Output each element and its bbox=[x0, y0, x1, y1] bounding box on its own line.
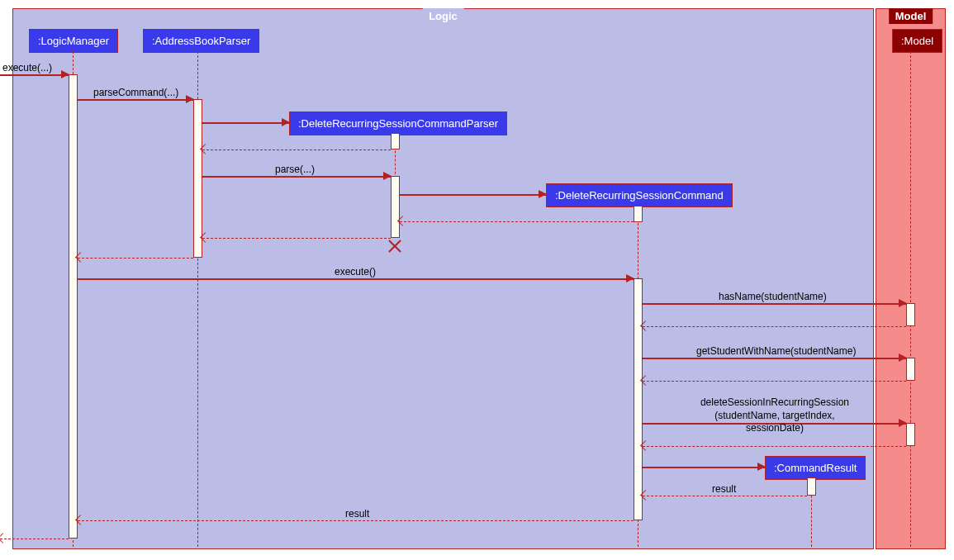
arrow-return-out bbox=[0, 539, 69, 539]
msg-result1: result bbox=[712, 483, 736, 495]
arrow-return-parse bbox=[202, 238, 391, 239]
arrow-return-parsecommand bbox=[78, 258, 193, 259]
activation-logicmanager bbox=[69, 74, 78, 539]
arrow-execute bbox=[78, 278, 634, 280]
participant-model: :Model bbox=[892, 29, 942, 53]
activation-commandresult bbox=[807, 477, 816, 496]
arrow-parse bbox=[202, 176, 391, 178]
activation-model-3 bbox=[906, 423, 915, 446]
arrow-hasname bbox=[643, 303, 906, 305]
arrow-return-deletesession bbox=[643, 446, 906, 447]
arrow-return-parser-create bbox=[202, 149, 391, 150]
activation-command-2 bbox=[634, 278, 643, 520]
arrow-parsecommand bbox=[78, 99, 193, 101]
activation-command-1 bbox=[634, 206, 643, 222]
msg-execute: execute() bbox=[335, 266, 376, 278]
arrow-execute-in bbox=[0, 74, 69, 76]
msg-parsecommand: parseCommand(...) bbox=[93, 87, 178, 98]
arrow-return-hasname bbox=[643, 326, 906, 327]
participant-commandresult: :CommandResult bbox=[765, 456, 866, 480]
logic-label: Logic bbox=[422, 8, 464, 24]
participant-addressbookparser: :AddressBookParser bbox=[143, 29, 259, 53]
msg-getstudent: getStudentWithName(studentName) bbox=[696, 345, 856, 357]
activation-parser-1 bbox=[391, 133, 400, 149]
arrow-return-getstudent bbox=[643, 381, 906, 382]
destroy-icon bbox=[387, 238, 403, 254]
lifeline-model bbox=[910, 51, 911, 547]
arrow-return-command-create bbox=[400, 221, 634, 222]
msg-deletesession-l2: (studentName, targetIndex, sessionDate) bbox=[692, 410, 857, 435]
participant-parser: :DeleteRecurringSessionCommandParser bbox=[289, 112, 507, 135]
msg-hasname: hasName(studentName) bbox=[719, 291, 827, 302]
msg-result2: result bbox=[345, 508, 369, 520]
msg-deletesession: deleteSessionInRecurringSession (student… bbox=[692, 396, 857, 435]
activation-model-2 bbox=[906, 358, 915, 381]
activation-parser-2 bbox=[391, 176, 400, 238]
model-label: Model bbox=[889, 8, 933, 24]
participant-command: :DeleteRecurringSessionCommand bbox=[546, 183, 733, 207]
msg-parse: parse(...) bbox=[275, 164, 315, 175]
arrow-create-result bbox=[643, 467, 765, 468]
participant-logicmanager: :LogicManager bbox=[29, 29, 118, 53]
arrow-create-command bbox=[400, 194, 546, 196]
activation-model-1 bbox=[906, 303, 915, 326]
arrow-create-parser bbox=[202, 122, 289, 124]
msg-execute-in: execute(...) bbox=[2, 62, 52, 74]
arrow-getstudent bbox=[643, 358, 906, 359]
arrow-return-result1 bbox=[643, 496, 807, 496]
msg-deletesession-l1: deleteSessionInRecurringSession bbox=[692, 396, 857, 410]
activation-addressbookparser bbox=[193, 99, 202, 258]
arrow-return-result2 bbox=[78, 520, 634, 521]
